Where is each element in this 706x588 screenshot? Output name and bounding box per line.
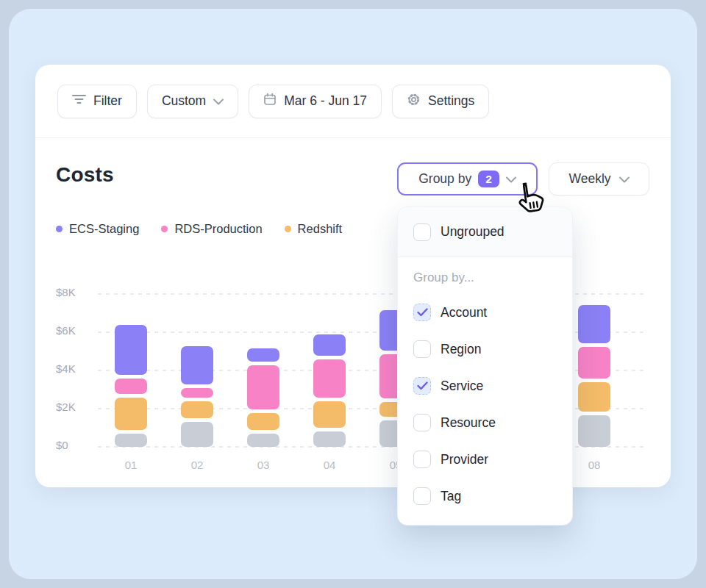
- y-axis-tick-label: $4K: [35, 362, 79, 375]
- y-axis-tick-label: $0: [35, 439, 79, 451]
- dropdown-option-provider[interactable]: Provider: [413, 441, 557, 478]
- stacked-bar-04[interactable]: [313, 334, 346, 447]
- dropdown-option-label: Tag: [441, 489, 461, 504]
- settings-button-label: Settings: [428, 93, 474, 109]
- interval-label: Weekly: [568, 171, 610, 187]
- bar-segment[interactable]: [313, 359, 346, 398]
- dropdown-option-account[interactable]: Account: [413, 294, 557, 331]
- dropdown-options-section: Group by... AccountRegionServiceResource…: [398, 257, 572, 525]
- bar-segment[interactable]: [181, 422, 213, 447]
- date-range-button[interactable]: Mar 6 - Jun 17: [249, 85, 382, 118]
- bar-segment[interactable]: [181, 346, 213, 384]
- legend-dot-icon: [56, 226, 63, 232]
- group-by-button[interactable]: Group by 2: [397, 162, 538, 196]
- bar-segment[interactable]: [115, 379, 147, 394]
- chart-legend: ECS-StagingRDS-ProductionRedshift: [56, 222, 342, 236]
- chevron-down-icon: [619, 171, 630, 187]
- costs-panel: Filter Custom Mar 6 - Jun 17 Settings: [35, 65, 671, 487]
- bar-segment[interactable]: [578, 382, 610, 412]
- dropdown-option-label: Account: [441, 305, 487, 320]
- gear-icon: [407, 93, 421, 110]
- chevron-down-icon: [213, 93, 224, 109]
- bar-segment[interactable]: [247, 413, 279, 430]
- y-axis-tick-label: $6K: [35, 324, 79, 337]
- bar-segment[interactable]: [313, 431, 346, 447]
- toolbar: Filter Custom Mar 6 - Jun 17 Settings: [35, 65, 671, 138]
- x-axis-tick-label: 02: [175, 459, 219, 471]
- stacked-bar-08[interactable]: [578, 305, 610, 447]
- bar-segment[interactable]: [115, 325, 147, 375]
- chevron-down-icon: [506, 171, 516, 187]
- legend-dot-icon: [161, 226, 168, 232]
- dropdown-option-label: Service: [441, 379, 483, 394]
- account-checkbox[interactable]: [413, 304, 431, 321]
- calendar-icon: [263, 93, 277, 110]
- bar-segment[interactable]: [115, 434, 147, 447]
- legend-item-label: ECS-Staging: [69, 222, 139, 236]
- provider-checkbox[interactable]: [413, 451, 431, 468]
- stacked-bar-02[interactable]: [181, 346, 213, 447]
- service-checkbox[interactable]: [413, 377, 431, 395]
- ungrouped-label: Ungrouped: [441, 224, 504, 240]
- dropdown-option-ungrouped[interactable]: Ungrouped: [398, 207, 572, 257]
- y-axis-tick-label: $8K: [35, 286, 79, 298]
- dropdown-option-label: Region: [441, 342, 481, 357]
- bar-segment[interactable]: [313, 334, 346, 356]
- region-checkbox[interactable]: [413, 340, 431, 358]
- bar-segment[interactable]: [578, 415, 610, 447]
- dropdown-option-service[interactable]: Service: [413, 368, 557, 404]
- dropdown-option-label: Resource: [441, 415, 496, 431]
- filter-icon: [72, 93, 86, 109]
- filter-button[interactable]: Filter: [57, 85, 137, 118]
- bar-segment[interactable]: [247, 348, 279, 362]
- dropdown-option-label: Provider: [441, 452, 488, 467]
- interval-dropdown-button[interactable]: Weekly: [549, 162, 649, 196]
- dropdown-option-tag[interactable]: Tag: [413, 478, 557, 514]
- bar-segment[interactable]: [313, 401, 346, 428]
- settings-button[interactable]: Settings: [392, 85, 489, 118]
- stacked-bar-chart: $0$2K$4K$6K$8K0102030405060708: [35, 263, 671, 484]
- dropdown-section-label: Group by...: [413, 270, 557, 285]
- group-by-label: Group by: [418, 171, 471, 187]
- dropdown-option-region[interactable]: Region: [413, 331, 557, 368]
- legend-item[interactable]: RDS-Production: [161, 222, 262, 236]
- x-axis-tick-label: 08: [572, 459, 616, 471]
- bar-segment[interactable]: [247, 365, 279, 409]
- y-axis-tick-label: $2K: [35, 401, 79, 413]
- filter-button-label: Filter: [93, 93, 122, 109]
- dropdown-option-resource[interactable]: Resource: [413, 404, 557, 441]
- stacked-bar-03[interactable]: [247, 348, 279, 447]
- legend-item-label: RDS-Production: [174, 222, 262, 236]
- bar-segment[interactable]: [578, 347, 610, 379]
- stacked-bar-01[interactable]: [115, 325, 147, 447]
- custom-dropdown-label: Custom: [162, 93, 206, 109]
- x-axis-tick-label: 01: [109, 459, 153, 471]
- custom-dropdown-button[interactable]: Custom: [147, 85, 238, 118]
- ungrouped-checkbox[interactable]: [413, 223, 431, 241]
- date-range-label: Mar 6 - Jun 17: [284, 93, 367, 109]
- bar-segment[interactable]: [247, 434, 279, 447]
- group-by-dropdown-menu: Ungrouped Group by... AccountRegionServi…: [397, 207, 573, 526]
- legend-dot-icon: [285, 226, 291, 232]
- x-axis-tick-label: 03: [241, 459, 285, 471]
- tag-checkbox[interactable]: [413, 487, 431, 505]
- bar-segment[interactable]: [181, 388, 213, 398]
- legend-item-label: Redshift: [298, 222, 343, 236]
- legend-item[interactable]: Redshift: [285, 222, 343, 236]
- bar-segment[interactable]: [115, 398, 147, 430]
- bar-segment[interactable]: [578, 305, 610, 343]
- page-title: Costs: [56, 163, 114, 187]
- x-axis-tick-label: 04: [307, 459, 352, 471]
- legend-item[interactable]: ECS-Staging: [56, 222, 139, 236]
- group-by-count-badge: 2: [478, 171, 499, 188]
- resource-checkbox[interactable]: [413, 414, 431, 431]
- screen: Filter Custom Mar 6 - Jun 17 Settings: [0, 0, 706, 588]
- bar-segment[interactable]: [181, 401, 213, 418]
